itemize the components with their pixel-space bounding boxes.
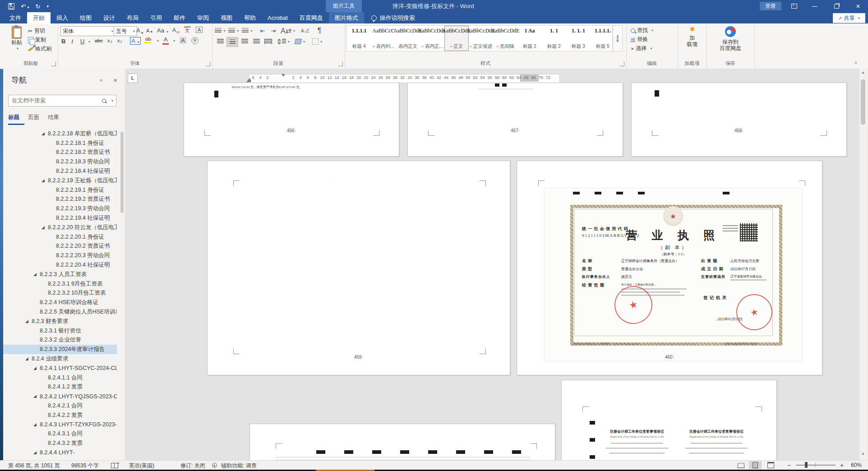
clear-formatting-button[interactable]: A bbox=[172, 27, 180, 33]
redo-button[interactable]: ↻ bbox=[36, 3, 41, 10]
character-shading-button[interactable]: A bbox=[180, 37, 186, 44]
nav-heading-item[interactable]: 8.2.4.2.2 发票 bbox=[3, 411, 117, 420]
shrink-font-button[interactable]: A▼ bbox=[146, 28, 153, 33]
nav-heading-item[interactable]: 8.2.2.2.19.3 劳动合同 bbox=[3, 204, 117, 213]
cut-button[interactable]: ✂剪切 bbox=[28, 27, 45, 35]
style-item-表内正...[interactable]: AaBbCcDdE↵表内正... bbox=[420, 26, 444, 51]
customize-qat-button[interactable]: ▾ bbox=[46, 4, 49, 9]
page-457[interactable]: 457· bbox=[407, 83, 623, 157]
phonetic-guide-button[interactable]: wén文 bbox=[184, 25, 191, 32]
nav-pane-options-chevron[interactable]: ˅ bbox=[100, 78, 102, 83]
zoom-slider[interactable] bbox=[796, 465, 836, 466]
minimize-button[interactable]: — bbox=[808, 0, 822, 12]
nav-heading-item[interactable]: 8.2.2.3.2 10月份工资表 bbox=[3, 289, 117, 298]
nav-heading-item[interactable]: 8.2.2.2.18 牟宏桥（低压电工） bbox=[3, 129, 117, 139]
align-right-button[interactable] bbox=[239, 37, 250, 46]
undo-button[interactable]: ↶ ▾ bbox=[21, 3, 29, 10]
nav-heading-item[interactable]: 8.2.2.2.18.3 劳动合同 bbox=[3, 157, 117, 166]
expand-triangle-icon[interactable] bbox=[33, 367, 37, 370]
vertical-scrollbar[interactable]: ▲ ▼ bbox=[859, 69, 868, 460]
search-dropdown-chevron[interactable]: ▾ bbox=[111, 99, 113, 103]
style-item-标题 5[interactable]: 1.1.1.1.标题 5 bbox=[591, 26, 613, 51]
distribute-button[interactable] bbox=[263, 37, 273, 46]
underline-button[interactable]: U bbox=[80, 38, 84, 45]
format-painter-button[interactable]: 格式刷 bbox=[28, 45, 51, 53]
read-mode-button[interactable] bbox=[734, 461, 747, 469]
multilevel-list-button[interactable]: ▾ bbox=[242, 26, 253, 35]
nav-heading-item[interactable]: 8.2.4.4 LHYT- bbox=[3, 448, 117, 455]
text-effects-button[interactable]: A▾ bbox=[130, 37, 141, 45]
sign-in-button[interactable]: 登录 bbox=[760, 2, 781, 10]
character-border-button[interactable]: A bbox=[196, 27, 203, 33]
page-462[interactable]: 注册会计师工作单位变更事项登记 Registration of the Chan… bbox=[561, 380, 777, 460]
collapse-ribbon-button[interactable]: ˄ bbox=[854, 60, 857, 65]
nav-heading-item[interactable]: 8.2.3.1 银行资信 bbox=[3, 326, 117, 336]
shading-button[interactable]: ▾ bbox=[293, 37, 307, 46]
nav-heading-item[interactable]: 8.2.4.1.2 发票 bbox=[3, 383, 117, 392]
underline-dropdown[interactable]: ▾ bbox=[87, 40, 90, 44]
find-button[interactable]: 查找▾ bbox=[631, 27, 653, 34]
style-item-标题 4[interactable]: 1.1.1.1标题 4 bbox=[347, 26, 371, 51]
ribbon-tab-图片格式[interactable]: 图片格式 bbox=[329, 12, 364, 23]
nav-heading-item[interactable]: 8.2.2.2.18.2 资质证书 bbox=[3, 148, 117, 157]
nav-heading-item[interactable]: 8.2.4.3 LHYT-TZYKFGS-2023--CL-4538 bbox=[3, 420, 117, 429]
style-item-无间隔[interactable]: AaBbCcDdE↵无间隔 bbox=[493, 26, 517, 51]
document-search-input[interactable]: 在文档中搜索 ▾ bbox=[8, 95, 116, 106]
nav-heading-item[interactable]: 8.2.2.4 HSE培训合格证 bbox=[3, 298, 117, 307]
nav-pane-close-icon[interactable]: ✕ bbox=[113, 78, 117, 83]
copy-button[interactable]: 复制 bbox=[28, 36, 46, 44]
page-459[interactable]: · 459· bbox=[207, 161, 510, 375]
numbering-button[interactable]: ▾ bbox=[228, 26, 239, 35]
page-461[interactable] bbox=[249, 424, 555, 460]
replace-button[interactable]: ab替换 bbox=[631, 36, 648, 43]
borders-button[interactable]: ▾ bbox=[310, 37, 324, 46]
zoom-percentage[interactable]: 60% bbox=[851, 462, 862, 468]
nav-heading-item[interactable]: 8.2.2.2.20.2 资质证书 bbox=[3, 242, 117, 251]
page-458[interactable]: 458· bbox=[631, 83, 847, 157]
highlight-color-button[interactable]: ab̶ bbox=[144, 36, 151, 43]
grow-font-button[interactable]: A▲ bbox=[136, 27, 144, 34]
expand-triangle-icon[interactable] bbox=[33, 273, 37, 276]
expand-triangle-icon[interactable] bbox=[42, 179, 45, 182]
ribbon-tab-开始[interactable]: 开始 bbox=[27, 12, 51, 23]
scrollbar-thumb[interactable] bbox=[861, 79, 865, 125]
first-line-indent-marker[interactable] bbox=[282, 74, 285, 77]
nav-heading-item[interactable]: 8.2.2.2.20 符云龙（低压电工、防爆... bbox=[3, 223, 117, 232]
word-count[interactable]: 98535 个字 bbox=[71, 462, 99, 470]
highlight-dropdown[interactable]: ▾ bbox=[155, 39, 159, 43]
decrease-indent-button[interactable]: ⇤ bbox=[257, 26, 268, 35]
ribbon-tab-帮助[interactable]: 帮助 bbox=[238, 12, 262, 23]
style-item-表内列...[interactable]: AaBbCcC↵表内列... bbox=[371, 26, 396, 51]
font-size-combo[interactable]: 五号▾ bbox=[114, 26, 137, 36]
line-spacing-button[interactable]: ⇕▾ bbox=[276, 37, 290, 46]
proofing-status-icon[interactable] bbox=[111, 463, 118, 470]
show-hide-marks-button[interactable]: ¶ bbox=[314, 26, 325, 35]
italic-button[interactable]: I bbox=[71, 38, 73, 45]
nav-heading-item[interactable]: 8.2.2.2.19.2 资质证书 bbox=[3, 195, 117, 204]
nav-scrollbar-thumb[interactable] bbox=[120, 132, 124, 213]
bold-button[interactable]: B bbox=[61, 38, 65, 45]
style-item-正文[interactable]: AaBbCcDdE↵正文 bbox=[444, 26, 469, 51]
style-item-正文缩进[interactable]: AaBbCcDdE↵正文缩进 bbox=[469, 26, 493, 51]
zoom-in-icon[interactable]: + bbox=[840, 462, 844, 469]
ribbon-tab-绘图[interactable]: 绘图 bbox=[74, 12, 97, 23]
nav-heading-item[interactable]: 8.2.2.2.20.1 身份证 bbox=[3, 232, 117, 242]
ribbon-display-options-button[interactable] bbox=[787, 0, 801, 12]
expand-triangle-icon[interactable] bbox=[33, 451, 37, 454]
expand-triangle-icon[interactable] bbox=[25, 320, 28, 323]
subscript-button[interactable]: x2 bbox=[107, 38, 112, 43]
clipboard-dialog-launcher[interactable] bbox=[51, 62, 56, 66]
language-indicator[interactable]: 英语(美国) bbox=[129, 462, 154, 470]
nav-heading-item[interactable]: 8.2.2.2.18.1 身份证 bbox=[3, 139, 117, 148]
ribbon-tab-布局[interactable]: 布局 bbox=[121, 12, 144, 23]
nav-heading-item[interactable]: 8.2.4.3.1 合同 bbox=[3, 429, 117, 439]
nav-heading-item[interactable]: 8.2.4.1.1 合同 bbox=[3, 373, 117, 383]
nav-heading-item[interactable]: 8.2.3 财务要求 bbox=[3, 317, 117, 326]
save-to-baidu-button[interactable]: 保存到百度网盘 bbox=[715, 26, 746, 51]
strikethrough-button[interactable]: abc bbox=[95, 38, 103, 43]
nav-tab-结果[interactable]: 结果 bbox=[48, 114, 59, 121]
left-indent-marker[interactable] bbox=[247, 81, 251, 82]
track-changes-indicator[interactable]: 修订: 关闭 bbox=[180, 462, 205, 470]
bullets-button[interactable]: ▾ bbox=[215, 26, 226, 35]
nav-heading-item[interactable]: 8.2.4.1 LHYT-SGCYC-2024-CL-3466 bbox=[3, 364, 117, 373]
